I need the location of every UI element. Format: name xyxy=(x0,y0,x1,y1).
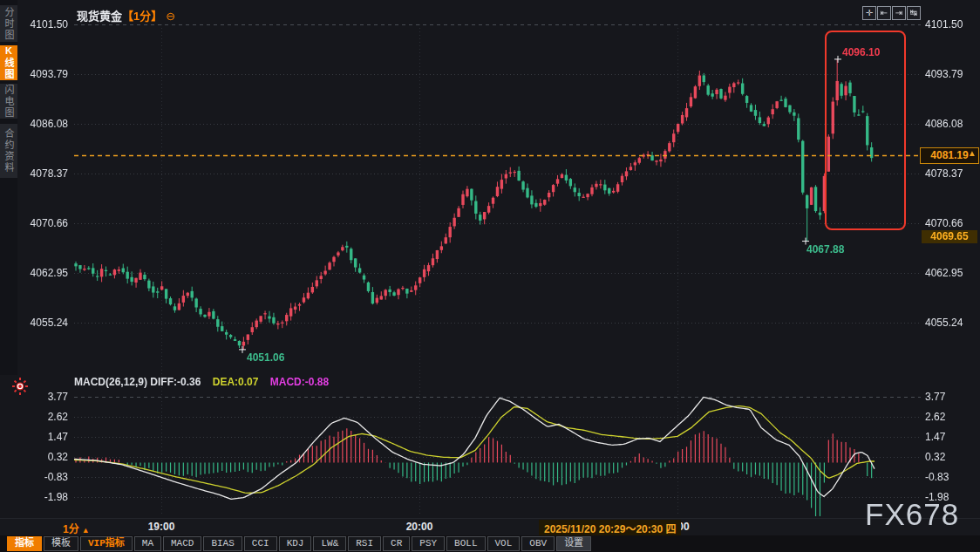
toolbar-item-设置[interactable]: 设置 xyxy=(556,536,591,551)
toolbar-item-MACD[interactable]: MACD xyxy=(163,536,201,551)
toolbar-item-VOL[interactable]: VOL xyxy=(487,536,521,551)
shift-right-icon[interactable]: ↹ xyxy=(907,6,921,20)
price-axis-label: 4070.66 xyxy=(925,217,963,229)
time-axis-row: 1分▲ 19:0020:00:00 2025/11/20 20:29～20:30… xyxy=(0,518,980,536)
annotation-spike-low: 4067.88 xyxy=(806,243,844,256)
live-indicator-icon xyxy=(10,376,30,400)
price-axis-label: 4062.95 xyxy=(925,267,963,279)
move-tool-icon[interactable]: ✛ xyxy=(862,6,876,20)
toolbar-item-MA[interactable]: MA xyxy=(134,536,161,551)
secondary-price-badge: 4069.65 xyxy=(922,230,977,243)
brand-watermark: FX678 xyxy=(865,497,959,532)
current-price-arrow-icon: ▲ xyxy=(968,148,977,158)
sidebar-tab-4[interactable]: 合约资料 xyxy=(0,124,17,178)
toolbar-item-PSY[interactable]: PSY xyxy=(412,536,445,551)
macd-axis-label: -0.83 xyxy=(925,471,949,483)
compress-x-axis-icon[interactable]: ⇤ xyxy=(877,6,891,20)
macd-axis-label: 0.32 xyxy=(925,451,945,463)
trading-app: 分时图K线图闪电图合约资料 现货黄金【1分】⊖ 4101.504093.7940… xyxy=(0,0,980,552)
toolbar-item-OBV[interactable]: OBV xyxy=(521,536,555,551)
interval-selector-label: 1分 xyxy=(63,523,79,535)
macd-axis-label: 3.77 xyxy=(925,391,945,403)
indicator-toolbar: 指标模板VIP指标MAMACDBIASCCIKDJLW&RSICRPSYBOLL… xyxy=(0,535,980,552)
annotation-session-low: 4051.06 xyxy=(247,351,284,364)
time-tick-label: 20:00 xyxy=(406,521,433,533)
time-tick-label: 19:00 xyxy=(148,521,175,533)
candlestick-chart-canvas[interactable] xyxy=(0,0,980,552)
play-forward-icon[interactable]: ⇥ xyxy=(892,6,906,20)
chart-type-sidebar: 分时图K线图闪电图合约资料 xyxy=(0,0,17,375)
toolbar-item-CCI[interactable]: CCI xyxy=(244,536,277,551)
interval-tag: 【1分】 xyxy=(122,10,162,23)
interval-dropdown-arrow-icon: ▲ xyxy=(82,526,90,535)
macd-axis-label: 2.62 xyxy=(925,411,945,423)
symbol-name: 现货黄金 xyxy=(77,10,122,23)
toolbar-item-VIP指标[interactable]: VIP指标 xyxy=(80,536,133,551)
annotation-session-high: 4096.10 xyxy=(842,46,880,58)
macd-axis-label: 1.47 xyxy=(0,431,68,443)
macd-axis-label: 0.32 xyxy=(0,451,68,463)
toolbar-item-LW&[interactable]: LW& xyxy=(313,536,346,551)
toolbar-item-CR[interactable]: CR xyxy=(383,536,410,551)
macd-hist-value: MACD:-0.88 xyxy=(270,376,329,388)
price-axis-label: 4055.24 xyxy=(925,317,963,329)
sidebar-tab-2[interactable]: K线图 xyxy=(0,45,17,80)
macd-axis-label: 2.62 xyxy=(0,411,68,423)
price-axis-label: 4086.08 xyxy=(925,118,963,130)
toolbar-item-BOLL[interactable]: BOLL xyxy=(446,536,485,551)
toolbar-item-RSI[interactable]: RSI xyxy=(348,536,381,551)
toolbar-item-模板[interactable]: 模板 xyxy=(44,536,78,551)
pause-icon[interactable]: ⊖ xyxy=(166,10,175,23)
time-range-tooltip: 2025/11/20 20:29～20:30 四 xyxy=(539,520,681,536)
toolbar-item-KDJ[interactable]: KDJ xyxy=(279,536,312,551)
macd-legend: MACD(26,12,9) DIFF:-0.36 DEA:0.07 MACD:-… xyxy=(74,376,329,388)
macd-dea-value: DEA:0.07 xyxy=(213,376,259,388)
macd-diff-value: MACD(26,12,9) DIFF:-0.36 xyxy=(74,376,201,388)
macd-axis-label: 1.47 xyxy=(925,431,945,443)
interval-selector[interactable]: 1分▲ xyxy=(63,521,90,535)
sidebar-tab-3[interactable]: 闪电图 xyxy=(0,84,17,119)
price-axis-label: 4101.50 xyxy=(925,18,963,31)
toolbar-item-BIAS[interactable]: BIAS xyxy=(203,536,242,551)
price-axis-label: 4093.79 xyxy=(925,68,963,80)
price-axis-label: 4078.37 xyxy=(925,167,963,180)
toolbar-item-指标[interactable]: 指标 xyxy=(7,536,42,551)
chart-title: 现货黄金【1分】⊖ xyxy=(77,7,175,24)
macd-axis-label: -0.83 xyxy=(0,471,68,483)
sidebar-tab-1[interactable]: 分时图 xyxy=(0,5,17,42)
macd-axis-label: -1.98 xyxy=(0,491,68,503)
